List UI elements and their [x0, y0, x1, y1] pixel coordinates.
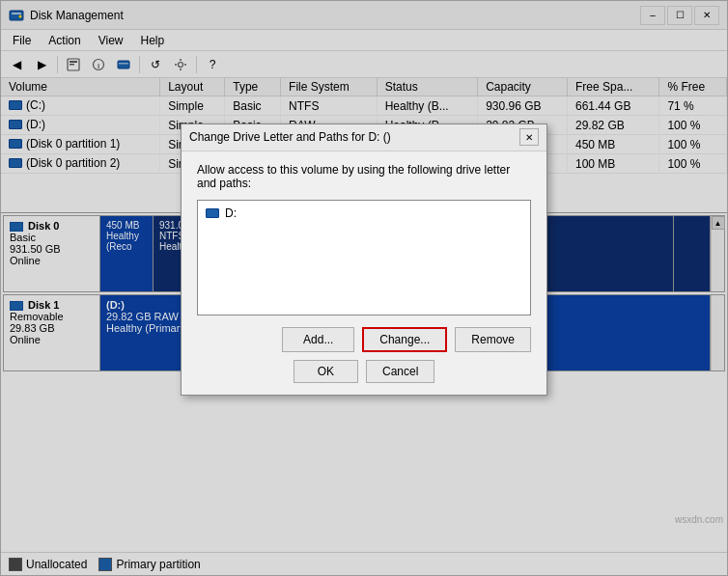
dialog-title-bar: Change Drive Letter and Paths for D: () … [182, 124, 546, 151]
dialog-title: Change Drive Letter and Paths for D: () [189, 130, 391, 144]
add-button[interactable]: Add... [282, 327, 354, 352]
change-button[interactable]: Change... [362, 327, 447, 352]
dialog-close-button[interactable]: ✕ [519, 128, 539, 146]
dialog-description: Allow access to this volume by using the… [197, 163, 531, 190]
drive-d-label: D: [225, 206, 237, 220]
ok-button[interactable]: OK [294, 360, 358, 383]
remove-button[interactable]: Remove [455, 327, 531, 352]
change-drive-dialog: Change Drive Letter and Paths for D: () … [181, 123, 547, 396]
dialog-overlay: Change Drive Letter and Paths for D: () … [1, 1, 727, 575]
dialog-ok-cancel-buttons: OK Cancel [197, 360, 531, 383]
drive-d-icon [206, 208, 219, 218]
cancel-button[interactable]: Cancel [366, 360, 434, 383]
dialog-body: Allow access to this volume by using the… [182, 151, 546, 395]
dialog-action-buttons: Add... Change... Remove [197, 327, 531, 352]
dialog-listbox-item-d[interactable]: D: [202, 205, 526, 222]
main-window: Disk Management – ☐ ✕ File Action View H… [0, 0, 728, 576]
dialog-listbox[interactable]: D: [197, 200, 531, 315]
